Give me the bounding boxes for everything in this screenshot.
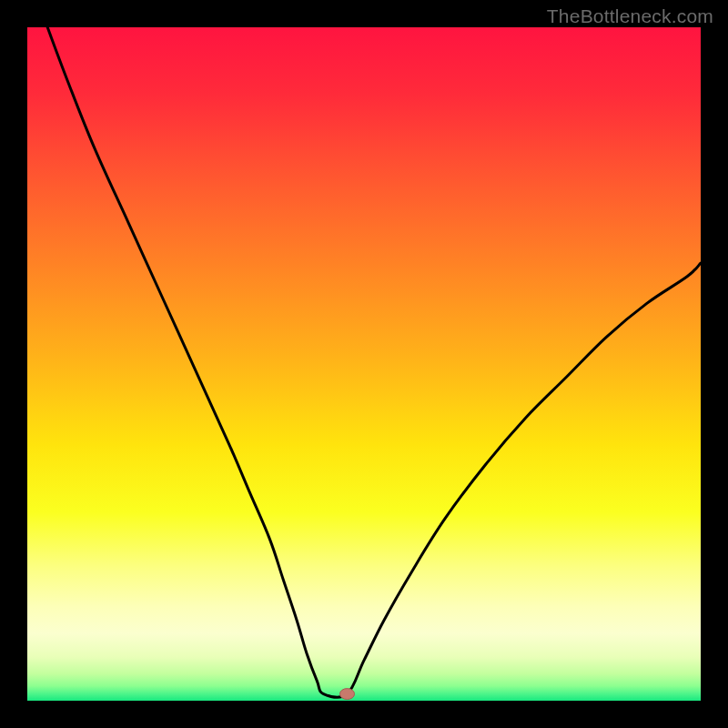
chart-frame: TheBottleneck.com	[0, 0, 728, 728]
plot-area	[27, 27, 701, 701]
gradient-rect	[27, 27, 701, 701]
heat-gradient-background	[27, 27, 701, 701]
watermark-text: TheBottleneck.com	[547, 5, 713, 27]
